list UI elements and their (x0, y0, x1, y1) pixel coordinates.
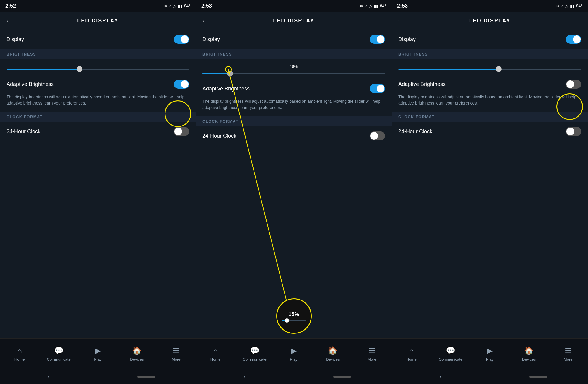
nav-more-2[interactable]: ☰ More (353, 346, 392, 362)
nav-communicate-3[interactable]: 💬 Communicate (431, 346, 470, 362)
brightness-label-3: BRIGHTNESS (398, 52, 428, 56)
nav-home-label-3: Home (406, 357, 417, 362)
brightness-slider-2[interactable]: 15% (196, 59, 392, 81)
signal-icon-2: ▮▮ (374, 4, 379, 8)
nav-home-2[interactable]: ⌂ Home (196, 346, 235, 362)
wifi-icon-2: △ (369, 4, 372, 8)
clock-toggle-1[interactable] (174, 127, 189, 136)
content-1: Display BRIGHTNESS Adaptive Brightness (0, 30, 196, 338)
home-pill-1[interactable] (137, 376, 155, 378)
brightness-slider-1[interactable] (0, 59, 196, 77)
brightness-section-3: BRIGHTNESS (392, 49, 588, 59)
nav-communicate-2[interactable]: 💬 Communicate (235, 346, 274, 362)
home-icon-3: ⌂ (409, 346, 414, 355)
display-toggle-1[interactable] (174, 35, 189, 44)
adaptive-toggle-knob-3 (566, 80, 574, 88)
adaptive-toggle-2[interactable] (370, 84, 385, 93)
nav-more-1[interactable]: ☰ More (157, 346, 196, 362)
display-toggle-knob-1 (181, 35, 189, 43)
status-icons-1: ∗ ○ △ ▮▮ 84° (164, 4, 190, 8)
devices-icon-3: 🏠 (524, 346, 534, 355)
nav-more-3[interactable]: ☰ More (548, 346, 588, 362)
adaptive-row-2: Adaptive Brightness (196, 81, 392, 96)
bluetooth-icon-2: ∗ (360, 4, 363, 8)
bluetooth-icon-3: ∗ (556, 4, 560, 8)
nav-communicate-1[interactable]: 💬 Communicate (39, 346, 78, 362)
signal-icon: ▮▮ (178, 4, 183, 8)
status-time-1: 2:52 (5, 3, 16, 9)
more-icon-1: ☰ (173, 346, 179, 355)
adaptive-toggle-knob-1 (181, 80, 189, 88)
nav-play-2[interactable]: ▶ Play (274, 346, 313, 362)
adaptive-toggle-1[interactable] (174, 80, 189, 89)
nav-devices-label-1: Devices (130, 357, 144, 362)
adaptive-row-3: Adaptive Brightness (392, 77, 588, 92)
nav-home-3[interactable]: ⌂ Home (392, 346, 431, 362)
slider-fill-1 (7, 69, 79, 70)
home-pill-3[interactable] (529, 376, 547, 378)
header-1: ← LED DISPLAY (0, 12, 196, 30)
nav-more-label-2: More (368, 357, 376, 362)
adaptive-toggle-3[interactable] (566, 80, 581, 89)
back-sys-3[interactable]: ‹ (432, 371, 448, 382)
slider-thumb-2[interactable] (227, 71, 233, 77)
panel-2: 2:53 ∗ ○ △ ▮▮ 84° ← LED DISPLAY Display (196, 0, 392, 384)
slider-fill-2 (202, 73, 230, 74)
brightness-label-2: BRIGHTNESS (202, 52, 232, 56)
devices-icon-1: 🏠 (132, 346, 142, 355)
brightness-slider-3[interactable] (392, 59, 588, 77)
slider-track-1 (7, 69, 189, 70)
clock-toggle-3[interactable] (566, 127, 581, 136)
phone-screen-1: 2:52 ∗ ○ △ ▮▮ 84° ← LED DISPLAY Display (0, 0, 196, 384)
home-icon-2: ⌂ (213, 346, 218, 355)
location-icon-2: ○ (365, 4, 367, 8)
communicate-icon-3: 💬 (446, 346, 455, 355)
slider-thumb-3[interactable] (496, 66, 502, 72)
adaptive-label-3: Adaptive Brightness (398, 81, 446, 87)
clock-row-3: 24-Hour Clock (392, 122, 588, 141)
header-2: ← LED DISPLAY (196, 12, 392, 30)
display-label-1: Display (7, 36, 24, 43)
sys-nav-3: ‹ (392, 369, 588, 384)
back-button-3[interactable]: ← (397, 17, 404, 25)
display-toggle-2[interactable] (370, 35, 385, 44)
clock-row-2: 24-Hour Clock (196, 126, 392, 146)
adaptive-toggle-knob-2 (377, 85, 384, 92)
display-toggle-3[interactable] (566, 35, 581, 44)
bottom-nav-3: ⌂ Home 💬 Communicate ▶ Play 🏠 Devices ☰ … (392, 338, 588, 369)
back-sys-1[interactable]: ‹ (40, 371, 56, 382)
clock-toggle-label-2: 24-Hour Clock (202, 133, 236, 139)
battery-icon-2: 84° (380, 4, 386, 8)
brightness-section-2: BRIGHTNESS (196, 49, 392, 59)
display-row-1: Display (0, 30, 196, 49)
clock-toggle-2[interactable] (370, 131, 385, 140)
clock-section-3: CLOCK FORMAT (392, 112, 588, 122)
signal-icon-3: ▮▮ (570, 4, 575, 8)
nav-play-3[interactable]: ▶ Play (470, 346, 509, 362)
brightness-section-1: BRIGHTNESS (0, 49, 196, 59)
nav-devices-3[interactable]: 🏠 Devices (509, 346, 549, 362)
clock-section-1: CLOCK FORMAT (0, 112, 196, 122)
nav-devices-1[interactable]: 🏠 Devices (117, 346, 156, 362)
back-button-1[interactable]: ← (5, 17, 12, 25)
wifi-icon-3: △ (565, 4, 568, 8)
nav-devices-2[interactable]: 🏠 Devices (313, 346, 352, 362)
clock-toggle-knob-2 (370, 132, 378, 140)
nav-play-label-2: Play (290, 357, 297, 362)
status-icons-3: ∗ ○ △ ▮▮ 84° (556, 4, 582, 8)
home-pill-2[interactable] (333, 376, 351, 378)
location-icon: ○ (169, 4, 171, 8)
nav-play-1[interactable]: ▶ Play (78, 346, 117, 362)
back-sys-2[interactable]: ‹ (236, 371, 252, 382)
adaptive-label-2: Adaptive Brightness (202, 86, 250, 92)
nav-communicate-label-1: Communicate (47, 357, 71, 362)
header-3: ← LED DISPLAY (392, 12, 588, 30)
slider-thumb-1[interactable] (77, 66, 82, 72)
nav-home-1[interactable]: ⌂ Home (0, 346, 39, 362)
nav-communicate-label-3: Communicate (439, 357, 462, 362)
wifi-icon: △ (173, 4, 176, 8)
clock-toggle-label-3: 24-Hour Clock (398, 128, 432, 135)
back-button-2[interactable]: ← (201, 17, 208, 25)
status-bar-2: 2:53 ∗ ○ △ ▮▮ 84° (196, 0, 392, 12)
more-icon-2: ☰ (368, 346, 375, 355)
